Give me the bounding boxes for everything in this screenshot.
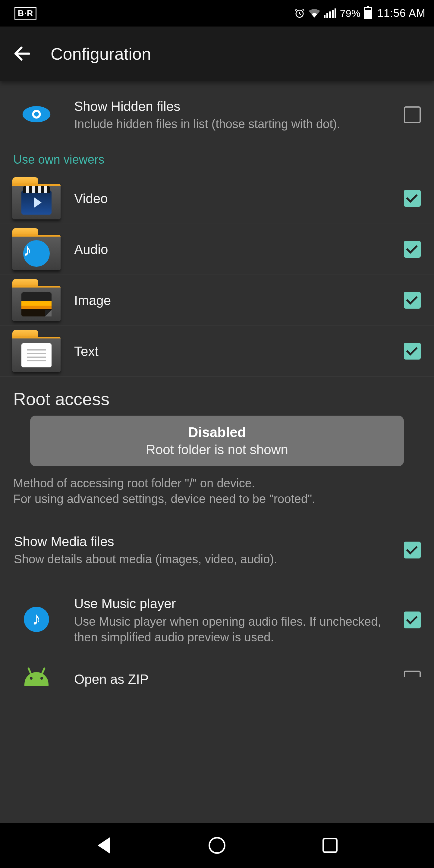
root-access-selector[interactable]: Disabled Root folder is not shown: [30, 415, 404, 466]
eye-icon: [22, 106, 51, 124]
root-status-title: Disabled: [39, 424, 395, 440]
root-access-desc: Method of accessing root folder "/" on d…: [13, 473, 421, 516]
use-music-title: Use Music player: [74, 595, 392, 612]
svg-text:♪: ♪: [32, 608, 41, 628]
root-access-heading: Root access: [13, 389, 421, 409]
folder-video-icon: [12, 177, 61, 219]
battery-percent: 79%: [340, 7, 361, 19]
status-bar: B·R 79% 11:56 AM: [0, 0, 434, 27]
nav-back-button[interactable]: [95, 836, 113, 855]
use-music-desc: Use Music player when opening audio file…: [74, 614, 392, 645]
music-note-icon: ♪: [24, 607, 49, 633]
row-open-as-zip[interactable]: Open as ZIP: [0, 659, 434, 688]
hidden-files-desc: Include hidden files in list (those star…: [74, 116, 392, 132]
show-media-desc: Show details about media (images, video,…: [14, 551, 392, 567]
content-scroll[interactable]: Show Hidden files Include hidden files i…: [0, 81, 434, 823]
row-viewer-video[interactable]: Video: [0, 173, 434, 224]
viewer-image-checkbox[interactable]: [404, 292, 421, 309]
notification-badge: B·R: [14, 7, 36, 20]
battery-icon: [364, 7, 372, 19]
row-hidden-files[interactable]: Show Hidden files Include hidden files i…: [0, 81, 434, 146]
open-as-zip-title: Open as ZIP: [74, 671, 392, 688]
page-title: Configuration: [51, 44, 151, 64]
row-viewer-audio[interactable]: ♪ Audio: [0, 224, 434, 275]
cell-signal-icon: [324, 8, 336, 18]
viewer-text-checkbox[interactable]: [404, 343, 421, 360]
nav-home-button[interactable]: [208, 836, 226, 855]
folder-audio-icon: ♪: [12, 228, 61, 270]
folder-image-icon: [12, 279, 61, 321]
android-icon: [24, 672, 49, 686]
nav-recents-button[interactable]: [321, 836, 339, 855]
viewer-video-checkbox[interactable]: [404, 190, 421, 207]
wifi-icon: [309, 9, 320, 18]
row-viewer-text[interactable]: Text: [0, 326, 434, 377]
status-time: 11:56 AM: [377, 7, 426, 20]
viewer-text-label: Text: [74, 343, 392, 360]
viewer-audio-checkbox[interactable]: [404, 241, 421, 258]
root-access-block: Root access Disabled Root folder is not …: [0, 377, 434, 519]
folder-text-icon: [12, 330, 61, 372]
hidden-files-checkbox[interactable]: [404, 106, 421, 123]
show-media-title: Show Media files: [14, 533, 392, 550]
open-as-zip-checkbox[interactable]: [404, 671, 421, 687]
root-status-sub: Root folder is not shown: [39, 442, 395, 457]
system-nav-bar: [0, 823, 434, 868]
row-viewer-image[interactable]: Image: [0, 275, 434, 326]
row-show-media[interactable]: Show Media files Show details about medi…: [0, 519, 434, 581]
app-bar: Configuration: [0, 27, 434, 81]
svg-point-3: [34, 112, 38, 116]
use-music-checkbox[interactable]: [404, 612, 421, 628]
viewer-audio-label: Audio: [74, 241, 392, 258]
row-use-music-player[interactable]: ♪ Use Music player Use Music player when…: [0, 581, 434, 659]
viewer-image-label: Image: [74, 292, 392, 309]
viewer-video-label: Video: [74, 190, 392, 207]
back-arrow-icon[interactable]: [12, 43, 33, 64]
hidden-files-title: Show Hidden files: [74, 98, 392, 115]
alarm-icon: [294, 8, 305, 19]
show-media-checkbox[interactable]: [404, 541, 421, 558]
section-use-own-viewers: Use own viewers: [0, 146, 434, 173]
